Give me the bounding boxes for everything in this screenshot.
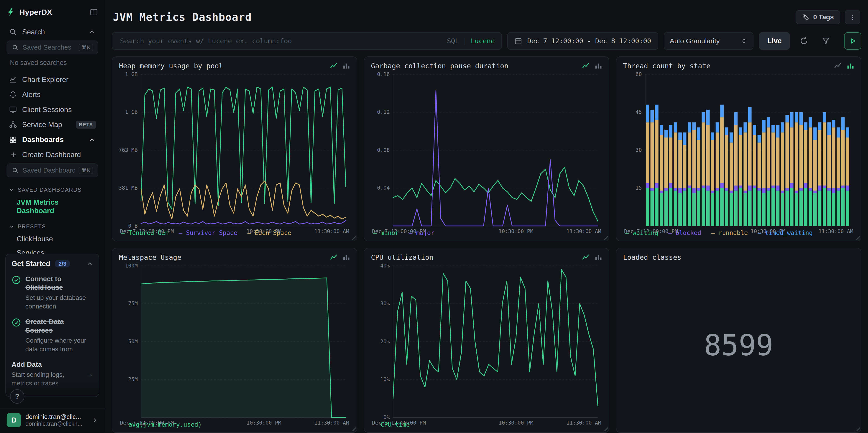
user-name: dominic.tran@clic... <box>26 413 87 421</box>
check-circle-icon <box>11 318 21 327</box>
resize-handle[interactable] <box>350 426 356 431</box>
legend-item[interactable]: — Eden Space <box>247 229 291 236</box>
chart-panel-cpu: CPU utilization 40%30%20%10%0%Dec 7 12:0… <box>364 248 609 433</box>
legend-item[interactable]: — major <box>409 229 434 236</box>
line-chart-icon[interactable] <box>582 253 590 261</box>
preset-clickhouse[interactable]: ClickHouse <box>5 232 99 246</box>
chart-title: Heap memory usage by pool <box>119 62 223 70</box>
section-presets[interactable]: PRESETS <box>5 218 99 232</box>
kebab-menu-button[interactable] <box>845 10 860 24</box>
filter-edit-button[interactable] <box>818 33 834 49</box>
collapse-sidebar-icon[interactable] <box>90 8 98 16</box>
get-started-step-add-data[interactable]: Add Data Start sending logs, metrics or … <box>11 360 93 388</box>
bar-chart-icon[interactable] <box>342 253 350 261</box>
line-chart-icon[interactable] <box>330 62 337 70</box>
svg-text:60: 60 <box>636 71 642 77</box>
legend-item[interactable]: — waiting <box>625 229 658 236</box>
section-saved-dashboards[interactable]: SAVED DASHBOARDS <box>5 182 99 195</box>
dashboard-grid: Heap memory usage by pool 1 GB1 GB763 MB… <box>112 57 861 433</box>
line-chart-icon[interactable] <box>330 253 337 261</box>
sidebar-bottom: Get Started 2/3 Connect to ClickHouse Se… <box>0 254 105 408</box>
get-started-step-connect[interactable]: Connect to ClickHouse Set up your databa… <box>11 275 93 311</box>
resize-handle[interactable] <box>602 426 608 431</box>
chart-plot[interactable]: 100M75M50M25MDec 7 12:00:00 PM10:30:00 P… <box>119 261 350 419</box>
legend-item[interactable]: — blocked <box>668 229 701 236</box>
sidebar-item-label: Service Map <box>22 120 71 129</box>
sidebar-item-search[interactable]: Search <box>5 24 99 39</box>
get-started-title: Get Started <box>11 259 50 268</box>
chevron-up-icon <box>86 260 93 268</box>
chart-legend: — avg(jvm.memory.used) <box>119 419 350 429</box>
resize-handle[interactable] <box>350 234 356 240</box>
legend-item[interactable]: — Survivor Space <box>179 229 238 236</box>
sidebar: HyperDX Search Saved Searches <box>0 0 105 433</box>
sidebar-item-client-sessions[interactable]: Client Sessions <box>5 102 99 117</box>
help-button[interactable]: ? <box>10 389 24 404</box>
svg-text:30%: 30% <box>380 301 390 306</box>
step-title: Create Data Sources <box>25 317 86 335</box>
refresh-button[interactable] <box>796 33 812 49</box>
line-chart-icon[interactable] <box>834 62 842 70</box>
legend-item[interactable]: — CPU time <box>373 421 410 428</box>
tags-button[interactable]: 0 Tags <box>796 10 840 24</box>
select-chevrons-icon <box>740 37 748 44</box>
user-menu[interactable]: D dominic.tran@clic... dominic.tran@clic… <box>0 408 105 433</box>
svg-text:100M: 100M <box>125 263 138 269</box>
beta-badge: BETA <box>76 121 96 129</box>
lucene-mode-toggle[interactable]: Lucene <box>471 37 495 45</box>
saved-searches-input[interactable]: Saved Searches ⌘K <box>7 40 98 54</box>
granularity-select[interactable]: Auto Granularity <box>664 32 753 50</box>
legend-item[interactable]: — avg(jvm.memory.used) <box>121 421 202 428</box>
legend-item[interactable]: — timed_waiting <box>758 229 813 236</box>
resize-handle[interactable] <box>854 426 860 431</box>
section-label-text: PRESETS <box>18 223 46 230</box>
run-query-button[interactable] <box>844 32 861 50</box>
chart-panel-heap-memory: Heap memory usage by pool 1 GB1 GB763 MB… <box>112 57 357 241</box>
event-search-box[interactable]: SQL | Lucene <box>112 32 502 50</box>
live-button[interactable]: Live <box>759 32 790 50</box>
no-saved-searches-text: No saved searches <box>5 59 99 72</box>
chart-plot[interactable]: 40%30%20%10%0%Dec 7 12:00:00 PM10:30:00 … <box>371 261 602 419</box>
saved-dashboards-input[interactable]: Saved Dashboards ⌘K <box>7 163 98 177</box>
legend-item[interactable]: — Tenured Gen <box>121 229 169 236</box>
date-range-picker[interactable]: Dec 7 12:00:00 - Dec 8 12:00:00 <box>507 32 658 50</box>
legend-item[interactable]: — minor <box>373 229 399 236</box>
resize-handle[interactable] <box>602 234 608 240</box>
legend-item[interactable]: — runnable <box>711 229 748 236</box>
sidebar-item-alerts[interactable]: Alerts <box>5 87 99 102</box>
line-chart-icon[interactable] <box>582 62 590 70</box>
svg-text:25M: 25M <box>128 376 138 382</box>
bar-chart-icon[interactable] <box>846 62 854 70</box>
chart-plot[interactable]: 60453015Dec 7 12:00:00 PM10:30:00 PM11:3… <box>623 70 854 228</box>
create-dashboard-button[interactable]: Create Dashboard <box>5 147 99 162</box>
svg-text:1 GB: 1 GB <box>125 71 138 77</box>
event-search-input[interactable] <box>119 36 443 45</box>
search-icon <box>11 44 19 51</box>
sidebar-item-service-map[interactable]: Service Map BETA <box>5 117 99 132</box>
step-desc: Configure where your data comes from <box>25 336 92 353</box>
step-title: Connect to ClickHouse <box>25 275 86 292</box>
sidebar-item-chart-explorer[interactable]: Chart Explorer <box>5 72 99 87</box>
chart-plot[interactable]: 1 GB1 GB763 MB381 MB0 BDec 7 12:00:00 PM… <box>119 70 350 228</box>
chart-legend: — minor— major <box>371 228 602 238</box>
sql-mode-toggle[interactable]: SQL <box>447 37 459 45</box>
search-icon <box>9 28 17 36</box>
resize-handle[interactable] <box>854 234 860 240</box>
bar-chart-icon[interactable] <box>594 253 602 261</box>
step-title: Add Data <box>11 360 72 369</box>
svg-text:0.08: 0.08 <box>377 147 390 153</box>
toolbar: SQL | Lucene Dec 7 12:00:00 - Dec 8 12:0… <box>112 32 861 50</box>
chevron-down-icon <box>9 187 14 193</box>
chart-plot[interactable]: 0.160.120.080.04Dec 7 12:00:00 PM10:30:0… <box>371 70 602 228</box>
get-started-step-sources[interactable]: Create Data Sources Configure where your… <box>11 317 93 353</box>
get-started-header[interactable]: Get Started 2/3 <box>11 259 93 268</box>
preset-services[interactable]: Services <box>5 246 99 254</box>
brand: HyperDX <box>5 4 99 24</box>
date-range-value: Dec 7 12:00:00 - Dec 8 12:00:00 <box>527 37 651 45</box>
svg-text:20%: 20% <box>380 339 390 344</box>
bar-chart-icon[interactable] <box>342 62 350 70</box>
bar-chart-icon[interactable] <box>594 62 602 70</box>
dashboard-link-jvm-metrics[interactable]: JVM Metrics Dashboard <box>5 195 99 218</box>
sidebar-item-dashboards[interactable]: Dashboards <box>5 132 99 147</box>
chart-title: Thread count by state <box>623 62 710 70</box>
